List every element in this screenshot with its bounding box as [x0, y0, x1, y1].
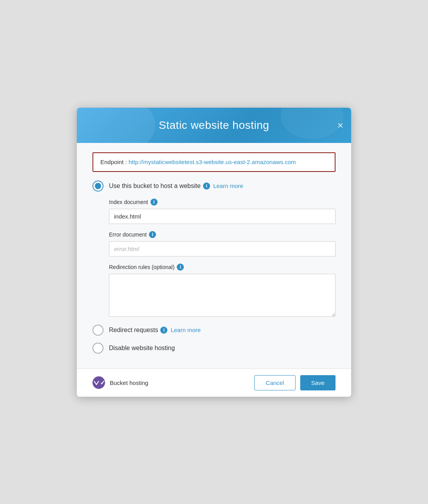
bucket-hosting-label: Bucket hosting [110, 379, 148, 386]
endpoint-label: Endpoint : [100, 159, 127, 165]
index-document-info-icon[interactable]: i [151, 199, 158, 206]
error-document-label: Error document i [109, 231, 336, 238]
modal-header: Static website hosting × [77, 108, 351, 143]
redirection-rules-info-icon[interactable]: i [177, 264, 184, 271]
radio-host-website-label: Use this bucket to host a website [109, 182, 201, 190]
endpoint-box: Endpoint : http://mystaticwebsitetest.s3… [92, 152, 336, 172]
radio-option-redirect[interactable]: Redirect requests i Learn more [92, 325, 336, 336]
footer-buttons: Cancel Save [254, 375, 336, 390]
redirection-rules-textarea[interactable] [109, 274, 336, 317]
error-document-input[interactable] [109, 241, 336, 257]
cancel-button[interactable]: Cancel [254, 375, 296, 390]
save-button[interactable]: Save [300, 375, 336, 390]
radio-redirect-label: Redirect requests [109, 327, 158, 334]
modal-title: Static website hosting [159, 119, 269, 132]
redirect-learn-more[interactable]: Learn more [170, 327, 201, 333]
modal-body: Endpoint : http://mystaticwebsitetest.s3… [77, 143, 351, 369]
footer-left: ✓ Bucket hosting [92, 376, 148, 389]
radio-host-website-row: Use this bucket to host a website i Lear… [103, 182, 243, 190]
form-section: Index document i Error document i Redire… [109, 199, 336, 318]
host-website-info-icon[interactable]: i [203, 182, 210, 190]
host-website-learn-more[interactable]: Learn more [213, 182, 243, 189]
redirection-rules-label: Redirection rules (optional) i [109, 264, 336, 271]
bucket-hosting-icon: ✓ [92, 376, 105, 389]
redirect-info-icon[interactable]: i [160, 327, 167, 334]
radio-redirect-row: Redirect requests i Learn more [103, 327, 201, 334]
close-button[interactable]: × [337, 120, 343, 130]
radio-disable-label: Disable website hosting [109, 345, 175, 352]
index-document-label: Index document i [109, 199, 336, 206]
endpoint-url[interactable]: http://mystaticwebsitetest.s3-website.us… [129, 159, 296, 165]
modal-container: Static website hosting × Endpoint : http… [77, 108, 351, 397]
radio-disable[interactable] [92, 343, 103, 354]
index-document-input[interactable] [109, 209, 336, 224]
radio-option-disable[interactable]: Disable website hosting [92, 343, 336, 354]
radio-redirect[interactable] [92, 325, 103, 336]
modal-footer: ✓ Bucket hosting Cancel Save [77, 369, 351, 397]
radio-option-host-website[interactable]: Use this bucket to host a website i Lear… [92, 181, 336, 191]
error-document-info-icon[interactable]: i [149, 231, 156, 238]
radio-host-website[interactable] [92, 181, 103, 191]
